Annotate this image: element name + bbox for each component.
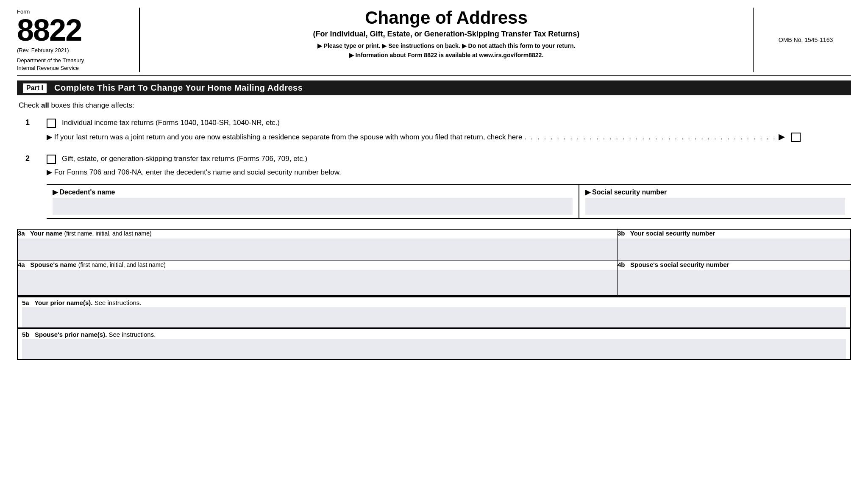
field-5b-num: 5b — [22, 331, 30, 338]
item2-row: 2 Gift, estate, or generation-skipping t… — [25, 153, 851, 164]
field-3a-label: 3a Your name (first name, initial, and l… — [18, 230, 617, 238]
row-3: 3a Your name (first name, initial, and l… — [17, 230, 851, 261]
field-4a-note: (first name, initial, and last name) — [78, 261, 166, 268]
item2-number: 2 — [25, 153, 47, 163]
row-5a: 5a Your prior name(s). See instructions. — [17, 296, 851, 327]
instructions-line2: ▶ Information about Form 8822 is availab… — [153, 50, 740, 60]
field-3a-num: 3a — [18, 230, 25, 237]
field-4b-input[interactable] — [618, 270, 850, 295]
item2: 2 Gift, estate, or generation-skipping t… — [25, 153, 851, 219]
item2-text: Gift, estate, or generation-skipping tra… — [62, 153, 851, 164]
header-center: Change of Address (For Individual, Gift,… — [140, 8, 754, 72]
dept-line2: Internal Revenue Service — [17, 64, 132, 72]
item2-checkbox[interactable] — [47, 155, 56, 164]
row-5b: 5b Spouse's prior name(s). See instructi… — [17, 327, 851, 360]
item1: 1 Individual income tax returns (Forms 1… — [25, 117, 851, 143]
field-4a-desc: Spouse's name — [30, 261, 76, 268]
item1-subtext: ▶ If your last return was a joint return… — [47, 131, 851, 143]
field-3b-input[interactable] — [618, 238, 850, 261]
form-number: 8822 — [17, 15, 132, 45]
field-5b-area: 5b Spouse's prior name(s). See instructi… — [18, 328, 850, 359]
item1-text: Individual income tax returns (Forms 104… — [62, 117, 851, 128]
field-4a-input[interactable] — [18, 270, 617, 295]
fields-table: 3a Your name (first name, initial, and l… — [17, 229, 851, 296]
decedent-name-input[interactable] — [53, 198, 573, 215]
field-3b-label: 3b Your social security number — [618, 230, 850, 238]
part1-title: Complete This Part To Change Your Home M… — [54, 83, 303, 93]
field-5a-label: 5a Your prior name(s). See instructions. — [22, 299, 846, 306]
field-5b-label: 5b Spouse's prior name(s). See instructi… — [22, 331, 846, 338]
item1-checkbox[interactable] — [47, 119, 56, 128]
field-3a-note: (first name, initial, and last name) — [64, 230, 152, 237]
field-4b-cell: 4b Spouse's social security number — [618, 261, 851, 296]
field-4a-cell: 4a Spouse's name (first name, initial, a… — [17, 261, 618, 296]
field-4a-label: 4a Spouse's name (first name, initial, a… — [18, 261, 617, 269]
dept-line1: Department of the Treasury — [17, 57, 132, 64]
field-5b-input[interactable] — [22, 339, 846, 359]
dept-info: Department of the Treasury Internal Reve… — [17, 57, 132, 72]
check-all-text: Check all boxes this change affects: — [19, 101, 851, 110]
main-title: Change of Address — [153, 8, 740, 28]
field-5a-input[interactable] — [22, 307, 846, 327]
instructions: ▶ Please type or print. ▶ See instructio… — [153, 41, 740, 60]
decedent-row: ▶ Decedent's name ▶ Social security numb… — [47, 184, 851, 219]
decedent-ssn-col: ▶ Social security number — [579, 185, 851, 218]
subtitle: (For Individual, Gift, Estate, or Genera… — [153, 30, 740, 39]
decedent-ssn-label: ▶ Social security number — [585, 189, 667, 196]
item1-number: 1 — [25, 117, 47, 127]
field-5b-label-bold: Spouse's prior name(s). — [35, 331, 107, 338]
header-left: Form 8822 (Rev. February 2021) Departmen… — [17, 8, 140, 72]
field-4b-num: 4b — [618, 261, 625, 268]
part1-label: Part I — [23, 83, 47, 93]
field-3a-desc: Your name — [30, 230, 62, 237]
field-3b-cell: 3b Your social security number — [618, 230, 851, 261]
form-header: Form 8822 (Rev. February 2021) Departmen… — [17, 8, 851, 76]
decedent-name-col: ▶ Decedent's name — [47, 185, 579, 218]
rev-date: (Rev. February 2021) — [17, 47, 132, 53]
field-5a-area: 5a Your prior name(s). See instructions. — [18, 297, 850, 327]
item1-arrow: ▶ — [779, 133, 785, 141]
field-5a-num: 5a — [22, 299, 29, 306]
decedent-name-label: ▶ Decedent's name — [53, 189, 115, 196]
field-3a-input[interactable] — [18, 238, 617, 261]
field-5a-label-normal: See instructions. — [95, 299, 142, 306]
part1-banner: Part I Complete This Part To Change Your… — [17, 80, 851, 95]
item2-subtext: ▶ For Forms 706 and 706-NA, enter the de… — [47, 166, 851, 178]
item1-row: 1 Individual income tax returns (Forms 1… — [25, 117, 851, 128]
item1-joint-checkbox[interactable] — [791, 133, 801, 142]
field-5a-label-bold: Your prior name(s). — [34, 299, 92, 306]
row-4: 4a Spouse's name (first name, initial, a… — [17, 261, 851, 296]
field-4b-desc: Spouse's social security number — [630, 261, 729, 268]
omb-number: OMB No. 1545-1163 — [779, 36, 833, 43]
field-4a-num: 4a — [18, 261, 25, 268]
page: Form 8822 (Rev. February 2021) Departmen… — [0, 0, 868, 369]
decedent-ssn-input[interactable] — [585, 198, 845, 215]
field-3b-desc: Your social security number — [630, 230, 715, 237]
instructions-line1: ▶ Please type or print. ▶ See instructio… — [153, 41, 740, 50]
header-right: OMB No. 1545-1163 — [754, 8, 851, 72]
field-5b-label-normal: See instructions. — [108, 331, 156, 338]
item1-dots: . . . . . . . . . . . . . . . . . . . . … — [524, 133, 776, 141]
field-4b-label: 4b Spouse's social security number — [618, 261, 850, 269]
field-3a-cell: 3a Your name (first name, initial, and l… — [17, 230, 618, 261]
field-3b-num: 3b — [618, 230, 625, 237]
